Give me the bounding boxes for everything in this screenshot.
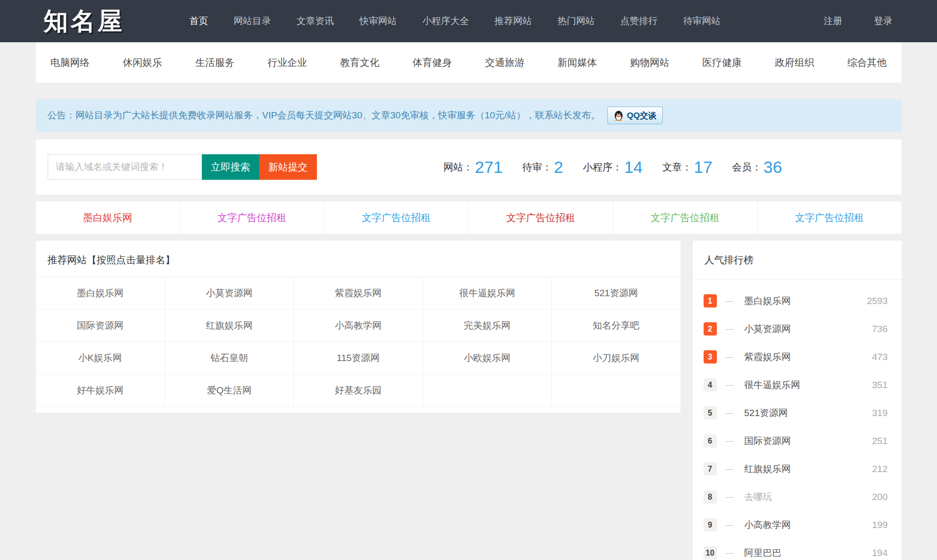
menu-item-pending-sites[interactable]: 待审网站 (683, 15, 721, 28)
rank-dash: — (726, 493, 734, 502)
main-menu: 首页 网站目录 文章资讯 快审网站 小程序大全 推荐网站 热门网站 点赞排行 待… (190, 15, 721, 28)
rank-badge: 4 (704, 378, 717, 392)
ad-link-2[interactable]: 文字广告位招租 (179, 201, 324, 234)
rank-badge: 8 (704, 490, 717, 504)
rank-dash: — (726, 521, 734, 530)
site-link[interactable]: 红旗娱乐网 (165, 309, 293, 341)
rank-badge: 9 (704, 518, 717, 532)
site-link[interactable]: 国际资源网 (36, 309, 165, 341)
rank-count: 736 (872, 324, 888, 335)
category-education-culture[interactable]: 教育文化 (340, 56, 379, 69)
menu-item-articles[interactable]: 文章资讯 (297, 15, 334, 28)
rank-site-link[interactable]: 去哪玩 (744, 491, 772, 504)
menu-item-fast-review[interactable]: 快审网站 (360, 15, 397, 28)
rank-site-link[interactable]: 国际资源网 (744, 435, 791, 448)
rank-dash: — (726, 437, 734, 446)
site-link[interactable]: 紫霞娱乐网 (293, 277, 422, 309)
site-link[interactable]: 完美娱乐网 (423, 309, 551, 341)
rank-count: 251 (872, 436, 888, 447)
recommended-sites-card: 推荐网站【按照点击量排名】 墨白娱乐网 小莫资源网 紫霞娱乐网 很牛逼娱乐网 5… (36, 241, 681, 413)
menu-item-site-directory[interactable]: 网站目录 (234, 15, 271, 28)
category-misc-other[interactable]: 综合其他 (847, 56, 886, 69)
rank-row: 10 — 阿里巴巴 194 (693, 539, 902, 560)
site-link[interactable]: 小莫资源网 (165, 277, 293, 309)
rank-row: 2 — 小莫资源网 736 (693, 315, 902, 343)
rank-site-link[interactable]: 阿里巴巴 (744, 547, 782, 560)
site-link[interactable]: 好基友乐园 (293, 374, 422, 406)
rank-count: 200 (872, 492, 888, 503)
rank-badge: 1 (704, 294, 717, 308)
rank-badge: 3 (704, 350, 717, 364)
submit-site-button[interactable]: 新站提交 (259, 154, 317, 180)
site-link[interactable]: 好牛娱乐网 (36, 374, 165, 406)
rank-site-link[interactable]: 紫霞娱乐网 (744, 351, 791, 364)
ad-link-5[interactable]: 文字广告位招租 (613, 201, 757, 234)
site-link[interactable]: 小高教学网 (293, 309, 422, 341)
rank-row: 8 — 去哪玩 200 (693, 483, 902, 511)
rank-row: 7 — 红旗娱乐网 212 (693, 455, 902, 483)
category-life-services[interactable]: 生活服务 (195, 56, 234, 69)
category-industry-enterprise[interactable]: 行业企业 (268, 56, 307, 69)
rank-site-link[interactable]: 红旗娱乐网 (744, 463, 791, 476)
menu-item-mini-programs[interactable]: 小程序大全 (423, 15, 469, 28)
rank-row: 3 — 紫霞娱乐网 473 (693, 343, 902, 371)
menu-item-home[interactable]: 首页 (190, 15, 208, 28)
menu-item-like-ranking[interactable]: 点赞排行 (621, 15, 658, 28)
rank-dash: — (726, 353, 734, 362)
ad-link-4[interactable]: 文字广告位招租 (468, 201, 613, 234)
rank-site-link[interactable]: 很牛逼娱乐网 (744, 379, 800, 392)
stat-sites-value: 271 (475, 159, 503, 175)
ad-link-6[interactable]: 文字广告位招租 (757, 201, 902, 234)
popularity-ranking-card: 人气排行榜 1 — 墨白娱乐网 2593 2 — 小莫资源网 736 3 — 紫… (693, 241, 902, 560)
site-link[interactable]: 墨白娱乐网 (36, 277, 165, 309)
register-link[interactable]: 注册 (824, 15, 843, 28)
category-sports-fitness[interactable]: 体育健身 (413, 56, 452, 69)
category-news-media[interactable]: 新闻媒体 (558, 56, 597, 69)
rank-dash: — (726, 297, 734, 306)
site-link[interactable]: 很牛逼娱乐网 (423, 277, 551, 309)
site-link[interactable]: 小欧娱乐网 (423, 341, 551, 374)
search-input[interactable] (48, 154, 202, 180)
login-link[interactable]: 登录 (874, 15, 893, 28)
category-transport-travel[interactable]: 交通旅游 (485, 56, 524, 69)
site-link[interactable]: 知名分享吧 (551, 309, 680, 341)
stat-articles-value: 17 (694, 159, 712, 175)
rank-site-link[interactable]: 小高教学网 (744, 519, 791, 532)
qq-chat-button[interactable]: QQ交谈 (607, 107, 663, 124)
rank-count: 194 (872, 548, 888, 559)
rank-site-link[interactable]: 小莫资源网 (744, 323, 791, 336)
top-navbar: 知名屋 首页 网站目录 文章资讯 快审网站 小程序大全 推荐网站 热门网站 点赞… (0, 0, 937, 42)
category-government-org[interactable]: 政府组织 (775, 56, 814, 69)
stat-miniprograms-value: 14 (624, 159, 643, 175)
rank-site-link[interactable]: 521资源网 (744, 407, 788, 420)
site-link[interactable]: 115资源网 (293, 341, 422, 374)
site-link[interactable]: 小刀娱乐网 (551, 341, 680, 374)
recommended-sites-title: 推荐网站【按照点击量排名】 (36, 241, 681, 277)
site-logo[interactable]: 知名屋 (44, 9, 125, 33)
announcement-bar: 公告：网站目录为广大站长提供免费收录网站服务，VIP会员每天提交网站30、文章3… (36, 99, 902, 132)
rank-row: 5 — 521资源网 319 (693, 399, 902, 427)
menu-item-recommended[interactable]: 推荐网站 (495, 15, 532, 28)
ad-link-3[interactable]: 文字广告位招租 (324, 201, 468, 234)
stat-sites: 网站： 271 (444, 159, 503, 175)
rank-count: 2593 (867, 296, 887, 307)
site-link[interactable]: 521资源网 (551, 277, 680, 309)
category-leisure-entertainment[interactable]: 休闲娱乐 (123, 56, 162, 69)
category-shopping-sites[interactable]: 购物网站 (630, 56, 669, 69)
rank-dash: — (726, 325, 734, 334)
site-link[interactable]: 小K娱乐网 (36, 341, 165, 374)
rank-site-link[interactable]: 墨白娱乐网 (744, 295, 791, 308)
search-button[interactable]: 立即搜索 (202, 154, 259, 180)
category-medical-health[interactable]: 医疗健康 (703, 56, 742, 69)
rank-row: 1 — 墨白娱乐网 2593 (693, 287, 902, 315)
menu-item-hot-sites[interactable]: 热门网站 (558, 15, 595, 28)
site-link[interactable]: 钻石皇朝 (165, 341, 293, 374)
site-link[interactable]: 爱Q生活网 (165, 374, 293, 406)
rank-dash: — (726, 409, 734, 418)
category-computer-network[interactable]: 电脑网络 (51, 56, 90, 69)
rank-count: 351 (872, 380, 888, 391)
rank-count: 319 (872, 408, 888, 419)
stat-articles: 文章： 17 (662, 159, 712, 175)
ad-link-1[interactable]: 墨白娱乐网 (36, 201, 180, 234)
qq-chat-label: QQ交谈 (627, 110, 656, 121)
